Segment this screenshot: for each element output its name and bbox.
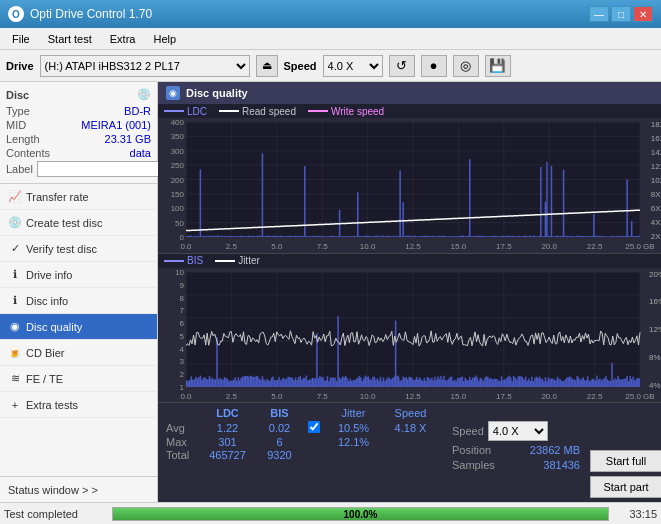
ldc-legend-label: LDC bbox=[187, 106, 207, 117]
progress-bar-container: 100.0% bbox=[112, 507, 609, 521]
menu-extra[interactable]: Extra bbox=[102, 31, 144, 47]
burn-button[interactable]: ● bbox=[421, 55, 447, 77]
y-8x: 8X bbox=[651, 190, 661, 199]
disc-quality-title: Disc quality bbox=[186, 87, 248, 99]
fe-te-icon: ≋ bbox=[8, 372, 22, 386]
close-button[interactable]: ✕ bbox=[633, 6, 653, 22]
stats-headers: LDC BIS Jitter Speed bbox=[166, 407, 438, 419]
ldc-legend-color bbox=[164, 110, 184, 112]
sidebar-item-verify-test-disc[interactable]: ✓ Verify test disc bbox=[0, 236, 157, 262]
stats-ldc-header: LDC bbox=[200, 407, 255, 419]
stats-jitter-header: Jitter bbox=[326, 407, 381, 419]
maximize-button[interactable]: □ bbox=[611, 6, 631, 22]
disc-type-value: BD-R bbox=[124, 105, 151, 117]
progress-label: 100.0% bbox=[344, 508, 378, 519]
y-6x: 6X bbox=[651, 204, 661, 213]
jitter-checkbox-container bbox=[304, 421, 324, 435]
nav-verify-label: Verify test disc bbox=[26, 243, 97, 255]
status-window-label: Status window > > bbox=[8, 484, 98, 496]
disc-label-row: Label 🔍 bbox=[6, 161, 151, 177]
y-16x: 16X bbox=[651, 134, 661, 143]
sidebar-item-fe-te[interactable]: ≋ FE / TE bbox=[0, 366, 157, 392]
content-area: ◉ Disc quality LDC Read speed bbox=[158, 82, 661, 502]
menu-start-test[interactable]: Start test bbox=[40, 31, 100, 47]
sidebar-item-extra-tests[interactable]: + Extra tests bbox=[0, 392, 157, 418]
sidebar-item-transfer-rate[interactable]: 📈 Transfer rate bbox=[0, 184, 157, 210]
y-8pct: 8% bbox=[649, 353, 661, 362]
menu-file[interactable]: File bbox=[4, 31, 38, 47]
nav-extra-tests-label: Extra tests bbox=[26, 399, 78, 411]
sidebar-item-create-test-disc[interactable]: 💿 Create test disc bbox=[0, 210, 157, 236]
disc-mid-row: MID MEIRA1 (001) bbox=[6, 119, 151, 131]
disc-label-input[interactable] bbox=[37, 161, 166, 177]
extra-tests-icon: + bbox=[8, 398, 22, 412]
action-buttons: Start full Start part bbox=[586, 403, 661, 502]
disc-length-label: Length bbox=[6, 133, 40, 145]
speed-row-label: Speed bbox=[452, 425, 484, 437]
start-part-button[interactable]: Start part bbox=[590, 476, 661, 498]
speed-select[interactable]: 4.0 X bbox=[323, 55, 383, 77]
top-legend: LDC Read speed Write speed bbox=[158, 104, 661, 118]
disc-contents-row: Contents data bbox=[6, 147, 151, 159]
jitter-legend-label: Jitter bbox=[238, 255, 260, 266]
disc-label-label: Label bbox=[6, 163, 33, 175]
sidebar-item-cd-bier[interactable]: 🍺 CD Bier bbox=[0, 340, 157, 366]
eject-button[interactable]: ⏏ bbox=[256, 55, 278, 77]
stats-max-bis: 6 bbox=[257, 436, 302, 448]
disc-type-row: Type BD-R bbox=[6, 105, 151, 117]
transfer-rate-icon: 📈 bbox=[8, 190, 22, 204]
position-value: 23862 MB bbox=[530, 444, 580, 456]
drive-label: Drive bbox=[6, 60, 34, 72]
write-speed-legend: Write speed bbox=[308, 106, 384, 117]
sidebar: Disc 💿 Type BD-R MID MEIRA1 (001) Length… bbox=[0, 82, 158, 502]
drive-bar: Drive (H:) ATAPI iHBS312 2 PL17 ⏏ Speed … bbox=[0, 50, 661, 82]
stats-speed-header: Speed bbox=[383, 407, 438, 419]
create-disc-icon: 💿 bbox=[8, 216, 22, 230]
y-16pct: 16% bbox=[649, 297, 661, 306]
speed-row-select[interactable]: 4.0 X bbox=[488, 421, 548, 441]
bis-legend-color bbox=[164, 260, 184, 262]
read-speed-legend: Read speed bbox=[219, 106, 296, 117]
main-area: Disc 💿 Type BD-R MID MEIRA1 (001) Length… bbox=[0, 82, 661, 502]
jitter-checkbox[interactable] bbox=[308, 421, 320, 433]
nav-create-label: Create test disc bbox=[26, 217, 102, 229]
burn2-button[interactable]: ◎ bbox=[453, 55, 479, 77]
nav-fe-te-label: FE / TE bbox=[26, 373, 63, 385]
y-12x: 12X bbox=[651, 162, 661, 171]
start-full-button[interactable]: Start full bbox=[590, 450, 661, 472]
sidebar-item-status-window[interactable]: Status window > > bbox=[0, 476, 157, 502]
nav-disc-info-label: Disc info bbox=[26, 295, 68, 307]
drive-select[interactable]: (H:) ATAPI iHBS312 2 PL17 bbox=[40, 55, 250, 77]
stats-avg-label: Avg bbox=[166, 422, 198, 434]
bottom-chart-area: BIS Jitter 20% 16% 12% 8% 4% bbox=[158, 254, 661, 403]
drive-info-icon: ℹ bbox=[8, 268, 22, 282]
jitter-legend: Jitter bbox=[215, 255, 260, 266]
sidebar-item-drive-info[interactable]: ℹ Drive info bbox=[0, 262, 157, 288]
y-12pct: 12% bbox=[649, 325, 661, 334]
y-4x: 4X bbox=[651, 218, 661, 227]
y-4pct: 4% bbox=[649, 381, 661, 390]
stats-avg-speed: 4.18 X bbox=[383, 422, 438, 434]
disc-mid-label: MID bbox=[6, 119, 26, 131]
bottom-chart-y-right: 20% 16% 12% 8% 4% bbox=[649, 270, 661, 391]
sidebar-item-disc-quality[interactable]: ◉ Disc quality bbox=[0, 314, 157, 340]
refresh-button[interactable]: ↺ bbox=[389, 55, 415, 77]
save-button[interactable]: 💾 bbox=[485, 55, 511, 77]
stats-max-row: Max 301 6 12.1% bbox=[166, 436, 438, 448]
ldc-legend: LDC bbox=[164, 106, 207, 117]
y-10x: 10X bbox=[651, 176, 661, 185]
speed-label: Speed bbox=[284, 60, 317, 72]
nav-transfer-rate-label: Transfer rate bbox=[26, 191, 89, 203]
disc-info-section: Disc 💿 Type BD-R MID MEIRA1 (001) Length… bbox=[0, 82, 157, 184]
stats-table: LDC BIS Jitter Speed Avg 1.22 0.02 bbox=[158, 403, 446, 502]
menu-help[interactable]: Help bbox=[145, 31, 184, 47]
time-label: 33:15 bbox=[617, 508, 657, 520]
minimize-button[interactable]: — bbox=[589, 6, 609, 22]
sidebar-item-disc-info[interactable]: ℹ Disc info bbox=[0, 288, 157, 314]
top-chart-canvas bbox=[158, 118, 661, 253]
window-controls: — □ ✕ bbox=[589, 6, 653, 22]
stats-max-jitter: 12.1% bbox=[326, 436, 381, 448]
write-speed-legend-color bbox=[308, 110, 328, 112]
stats-total-bis: 9320 bbox=[257, 449, 302, 461]
samples-label: Samples bbox=[452, 459, 495, 471]
